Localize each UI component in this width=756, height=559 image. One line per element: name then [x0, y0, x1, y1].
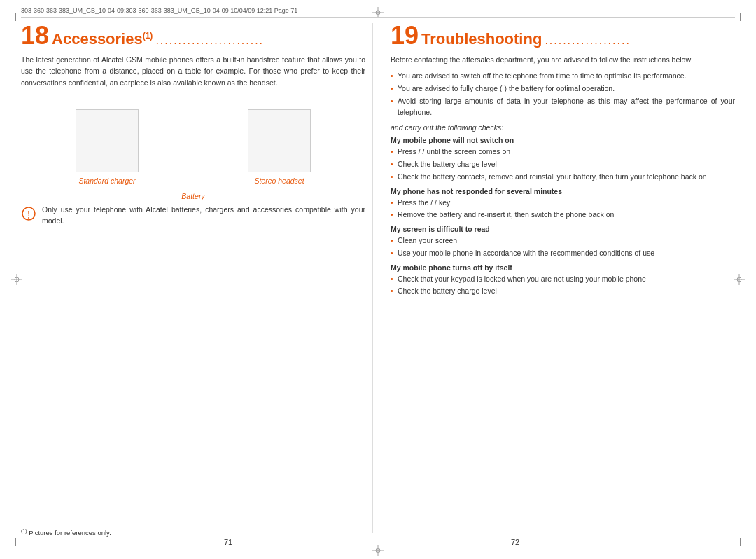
- footnote-text: Pictures for references only.: [29, 529, 111, 537]
- headset-label: Stereo headset: [254, 177, 304, 185]
- problem-heading-0: My mobile phone will not switch on: [391, 136, 735, 144]
- left-column: 18 Accessories(1) ......................…: [21, 23, 373, 533]
- chapter-18-dots: ........................: [155, 34, 264, 47]
- page-container: 303-360-363-383_UM_GB_10-04-09:303-360-3…: [0, 0, 756, 559]
- headset-img-box: [248, 109, 311, 172]
- bullet-item-2: Avoid storing large amounts of data in y…: [391, 96, 735, 118]
- chapter-18-title: 18 Accessories(1) ......................…: [21, 23, 365, 48]
- page-num-left: 71: [224, 538, 232, 546]
- problem-2-bullet-1: Use your mobile phone in accordance with…: [391, 248, 735, 259]
- footnote: (1) Pictures for references only.: [21, 528, 111, 537]
- chapter-18-num: 18: [21, 23, 49, 48]
- svg-text:!: !: [27, 209, 30, 218]
- chapter-19-word: Troubleshooting: [421, 32, 542, 47]
- problem-heading-1: My phone has not responded for several m…: [391, 187, 735, 195]
- problem-2-bullet-0: Clean your screen: [391, 235, 735, 247]
- battery-text: Only use your telephone with Alcatel bat…: [42, 205, 365, 227]
- chapter-18-superscript: (1): [143, 31, 153, 41]
- chapter-19-num: 19: [391, 23, 419, 48]
- chapter-18-word-text: Accessories: [52, 30, 143, 48]
- problem-heading-3: My mobile phone turns off by itself: [391, 263, 735, 272]
- bullet-item-0: You are advised to switch off the teleph…: [391, 71, 735, 82]
- problem-3-bullet-1: Check the battery charge level: [391, 286, 735, 297]
- left-body-text: The latest generation of Alcatel GSM mob…: [21, 54, 365, 88]
- problem-0-bullet-2: Check the battery contacts, remove and r…: [391, 172, 735, 183]
- intro-text: Before contacting the aftersales departm…: [391, 54, 735, 65]
- chapter-19-title: 19 Troubleshooting ...................: [391, 23, 735, 48]
- following-checks: and carry out the following checks:: [391, 123, 735, 132]
- headset-image: Stereo headset: [248, 109, 311, 185]
- page-num-right: 72: [511, 538, 519, 546]
- battery-section: Battery ! Only use your telephone with A…: [21, 192, 365, 227]
- header-text: 303-360-363-383_UM_GB_10-04-09:303-360-3…: [21, 7, 298, 14]
- problem-3-bullet-0: Check that your keypad is locked when yo…: [391, 274, 735, 285]
- problem-0-bullet-0: Press / / until the screen comes on: [391, 146, 735, 158]
- content-area: 18 Accessories(1) ......................…: [21, 23, 735, 533]
- footnote-superscript: (1): [21, 528, 27, 533]
- battery-icon: !: [21, 206, 36, 221]
- battery-title: Battery: [21, 192, 365, 200]
- images-row: Standard charger Stereo headset: [21, 109, 365, 185]
- chapter-19-dots: ...................: [545, 34, 630, 47]
- problem-heading-2: My screen is difficult to read: [391, 225, 735, 233]
- problem-sections: My mobile phone will not switch onPress …: [391, 136, 735, 297]
- problem-1-bullet-0: Press the / / key: [391, 198, 735, 209]
- problem-0-bullet-1: Check the battery charge level: [391, 159, 735, 170]
- charger-img-box: [76, 109, 139, 172]
- intro-bullets: You are advised to switch off the teleph…: [391, 71, 735, 118]
- problem-1-bullet-1: Remove the battery and re-insert it, the…: [391, 209, 735, 221]
- chapter-18-word: Accessories(1): [52, 32, 153, 47]
- charger-label: Standard charger: [78, 177, 135, 185]
- battery-row: ! Only use your telephone with Alcatel b…: [21, 205, 365, 227]
- bullet-item-1: You are advised to fully charge ( ) the …: [391, 83, 735, 95]
- right-column: 19 Troubleshooting ................... B…: [387, 23, 735, 533]
- svg-point-14: [28, 217, 29, 219]
- charger-image: Standard charger: [76, 109, 139, 185]
- header-bar: 303-360-363-383_UM_GB_10-04-09:303-360-3…: [21, 7, 735, 18]
